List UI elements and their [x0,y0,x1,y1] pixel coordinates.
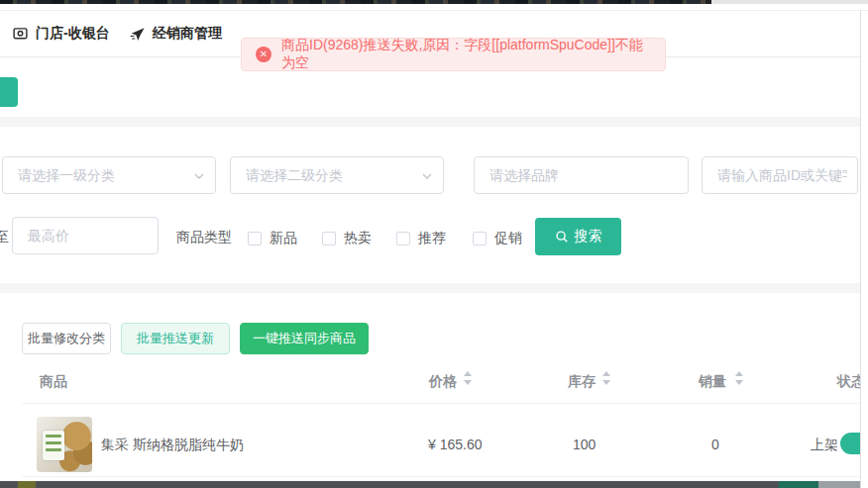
tab-label: 经销商管理 [153,25,222,43]
error-circle-icon: ✕ [256,47,271,62]
one-key-sync-button[interactable]: 一键推送同步商品 [240,323,369,354]
max-price-input-wrap [12,217,159,254]
category-level1-select-input[interactable] [3,157,215,193]
table-divider [22,403,860,404]
paper-plane-icon [129,26,146,43]
max-price-input[interactable] [13,218,158,253]
sort-asc-icon[interactable] [602,371,610,376]
section-gap [0,117,860,127]
tab-store-cashier[interactable]: 门店-收银台 [12,11,110,56]
product-sales: 0 [711,437,719,452]
brand-input[interactable] [475,157,688,193]
batch-push-update-button[interactable]: 批量推送更新 [121,323,230,354]
keyword-input-wrap [702,156,858,194]
checkbox-new-product[interactable]: 新品 [248,230,297,247]
search-button[interactable]: 搜索 [535,218,621,255]
batch-edit-category-button[interactable]: 批量修改分类 [22,323,111,354]
sort-desc-icon[interactable] [602,380,610,385]
error-toast: ✕ 商品ID(9268)推送失败,原因：字段[[platformSpuCode]… [241,38,666,71]
header-price[interactable]: 价格 [429,373,457,391]
app-screen: 门店-收银台 经销商管理 ✕ 商品ID(9268)推送失败,原因：字段[[pla… [0,0,868,488]
product-name[interactable]: 集采 斯纳格脱脂纯牛奶 [101,437,244,454]
section-gap [0,283,860,293]
product-price: ¥ 165.60 [428,437,483,452]
product-type-label: 商品类型 [176,229,232,246]
clipped-green-button[interactable] [0,77,18,107]
tab-dealer-management[interactable]: 经销商管理 [129,11,222,56]
checkbox-label: 促销 [494,230,522,247]
clipped-next-row-sliver [0,481,860,488]
checkbox-promotion[interactable]: 促销 [473,230,522,247]
table-divider [22,476,860,477]
search-icon [555,230,569,244]
checkbox-box[interactable] [248,232,262,245]
scrollbar-gutter[interactable] [860,11,868,488]
checkbox-label: 推荐 [418,230,446,247]
checkbox-box[interactable] [473,232,487,245]
header-product: 商品 [40,373,67,391]
category-level2-select[interactable] [230,156,444,194]
category-level1-select[interactable] [2,156,216,194]
brand-input-wrap [474,156,689,194]
product-stock: 100 [573,437,596,452]
clipped-image-fragment [18,481,36,488]
checkbox-recommended[interactable]: 推荐 [396,230,446,247]
error-toast-message: 商品ID(9268)推送失败,原因：字段[[platformSpuCode]]不… [281,37,651,72]
sort-asc-icon[interactable] [735,371,743,376]
checkbox-hot-sale[interactable]: 热卖 [322,230,372,247]
browser-top-edge-sliver-right [711,0,868,4]
clipped-image-fragment [779,481,818,488]
checkbox-box[interactable] [396,232,410,245]
sort-asc-icon[interactable] [464,371,472,376]
header-sales[interactable]: 销量 [699,373,726,391]
product-thumbnail[interactable] [37,417,92,472]
cashier-display-icon [12,26,29,43]
product-status-label: 上架 [811,437,838,454]
tab-label: 门店-收银台 [36,25,110,43]
category-level2-select-input[interactable] [231,157,443,193]
milk-package-label [43,431,64,460]
keyword-input[interactable] [703,157,857,193]
sort-desc-icon[interactable] [464,380,472,385]
checkbox-box[interactable] [322,232,336,245]
sort-desc-icon[interactable] [735,380,743,385]
search-button-label: 搜索 [575,228,602,245]
header-stock[interactable]: 库存 [568,373,596,391]
checkbox-label: 新品 [270,230,297,247]
clipped-image-fragment [818,481,860,488]
checkbox-label: 热卖 [344,230,372,247]
price-range-to-label: 至 [0,229,9,246]
